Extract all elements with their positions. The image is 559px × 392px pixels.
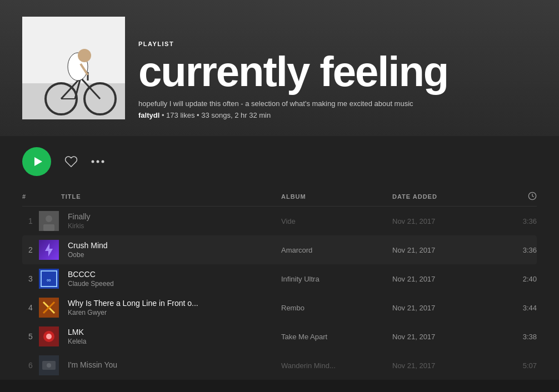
play-icon — [32, 156, 43, 167]
col-header-title: TITLE — [61, 193, 281, 200]
track-thumbnail: ∞ — [39, 269, 59, 289]
track-name: Finally — [68, 212, 212, 221]
track-artist: Oobe — [68, 251, 281, 259]
svg-point-34 — [47, 363, 51, 368]
track-number: 6 — [22, 361, 39, 370]
table-row[interactable]: 4 Why Is There a Long Line in Front o...… — [22, 293, 537, 322]
table-row[interactable]: 6 I'm Missin You Wanderin Mind... Nov 21… — [22, 351, 537, 380]
track-artist: Kelela — [68, 338, 281, 345]
svg-rect-21 — [43, 224, 54, 231]
track-name: I'm Missin You — [68, 360, 212, 369]
col-header-album: ALBUM — [281, 193, 392, 200]
playlist-songs: 33 songs, 2 hr 32 min — [201, 111, 271, 119]
playlist-cover-art — [22, 17, 125, 119]
col-header-date: DATE ADDED — [392, 193, 492, 200]
track-date: Nov 21, 2017 — [392, 333, 492, 341]
track-name: Why Is There a Long Line in Front o... — [68, 299, 212, 308]
table-row[interactable]: 2 Crush Mind Oobe Amarcord Nov 21, 2017 … — [22, 235, 537, 264]
table-row[interactable]: 1 Finally Kirkis Vide Nov 21, 2017 3:36 — [22, 207, 537, 235]
clock-icon — [528, 192, 537, 200]
track-album: Wanderin Mind... — [281, 361, 392, 370]
thumb-image — [39, 298, 59, 318]
track-info: Crush Mind Oobe — [61, 241, 281, 259]
playlist-meta: faltydl • 173 likes • 33 songs, 2 hr 32 … — [138, 111, 537, 119]
playlist-header: PLAYLIST currently feeling hopefully I w… — [0, 0, 559, 136]
svg-marker-14 — [34, 157, 42, 166]
track-thumbnail — [39, 211, 59, 231]
svg-point-31 — [46, 334, 52, 339]
track-album: Infinity Ultra — [281, 275, 392, 283]
playlist-description: hopefully I will update this often - a s… — [138, 99, 537, 108]
track-artist: Kirkis — [68, 222, 281, 230]
playlist-separator: • — [162, 111, 166, 119]
track-name: LMK — [68, 328, 212, 336]
svg-marker-22 — [45, 243, 53, 257]
track-artist: Karen Gwyer — [68, 309, 281, 316]
ellipsis-icon — [91, 160, 104, 163]
svg-point-15 — [92, 160, 94, 163]
like-button[interactable] — [62, 153, 80, 170]
playlist-separator2: • — [197, 111, 201, 119]
svg-point-16 — [97, 160, 99, 163]
track-duration: 3:36 — [492, 246, 537, 254]
thumb-image: ∞ — [39, 269, 59, 289]
track-duration: 3:36 — [492, 217, 537, 225]
table-row[interactable]: 3 ∞ BCCCC Claude Speeed Infinity Ultra N… — [22, 264, 537, 293]
track-duration: 5:07 — [492, 361, 537, 370]
track-list-header: # TITLE ALBUM DATE ADDED — [22, 187, 537, 207]
track-artist: Claude Speeed — [68, 280, 281, 288]
playlist-likes: 173 likes — [166, 111, 194, 119]
track-name: BCCCC — [68, 270, 212, 279]
playlist-title: currently feeling — [138, 51, 537, 93]
track-number: 1 — [22, 217, 39, 225]
track-date: Nov 21, 2017 — [392, 217, 492, 225]
track-thumbnail — [39, 298, 59, 318]
heart-icon — [64, 155, 78, 168]
track-date: Nov 21, 2017 — [392, 275, 492, 283]
track-name: Crush Mind — [68, 241, 212, 250]
controls-section — [0, 136, 559, 187]
thumb-image — [39, 326, 59, 346]
col-header-duration — [492, 192, 537, 202]
svg-text:∞: ∞ — [47, 277, 51, 283]
playlist-info: PLAYLIST currently feeling hopefully I w… — [138, 41, 537, 119]
track-date: Nov 21, 2017 — [392, 246, 492, 254]
track-thumbnail — [39, 355, 59, 375]
track-info: Finally Kirkis — [61, 212, 281, 230]
track-duration: 3:44 — [492, 304, 537, 312]
track-date: Nov 21, 2017 — [392, 304, 492, 312]
track-date: Nov 21, 2017 — [392, 361, 492, 370]
track-number: 3 — [22, 274, 39, 283]
table-row[interactable]: 5 LMK Kelela Take Me Apart Nov 21, 2017 … — [22, 322, 537, 351]
track-album: Rembo — [281, 304, 392, 312]
playlist-type-label: PLAYLIST — [138, 41, 537, 47]
track-number: 2 — [22, 245, 39, 254]
more-options-button[interactable] — [91, 160, 104, 163]
svg-point-20 — [46, 215, 52, 222]
track-number: 5 — [22, 332, 39, 341]
track-info: LMK Kelela — [61, 328, 281, 345]
col-header-num: # — [22, 193, 39, 200]
track-album: Amarcord — [281, 246, 392, 254]
track-thumbnail — [39, 240, 59, 260]
track-thumbnail — [39, 326, 59, 346]
playlist-owner: faltydl — [138, 111, 159, 119]
track-info: Why Is There a Long Line in Front o... K… — [61, 299, 281, 316]
track-list: # TITLE ALBUM DATE ADDED 1 Finally Kirki… — [0, 187, 559, 380]
track-duration: 2:40 — [492, 275, 537, 283]
track-info: I'm Missin You — [61, 360, 281, 370]
track-duration: 3:38 — [492, 333, 537, 341]
svg-point-12 — [78, 49, 91, 62]
play-button[interactable] — [22, 147, 51, 176]
lightning-icon — [44, 243, 54, 257]
track-album: Take Me Apart — [281, 333, 392, 341]
track-album: Vide — [281, 217, 392, 225]
thumb-image — [39, 355, 59, 375]
svg-point-17 — [102, 160, 104, 163]
track-number: 4 — [22, 303, 39, 312]
track-info: BCCCC Claude Speeed — [61, 270, 281, 288]
thumb-image — [39, 211, 59, 231]
